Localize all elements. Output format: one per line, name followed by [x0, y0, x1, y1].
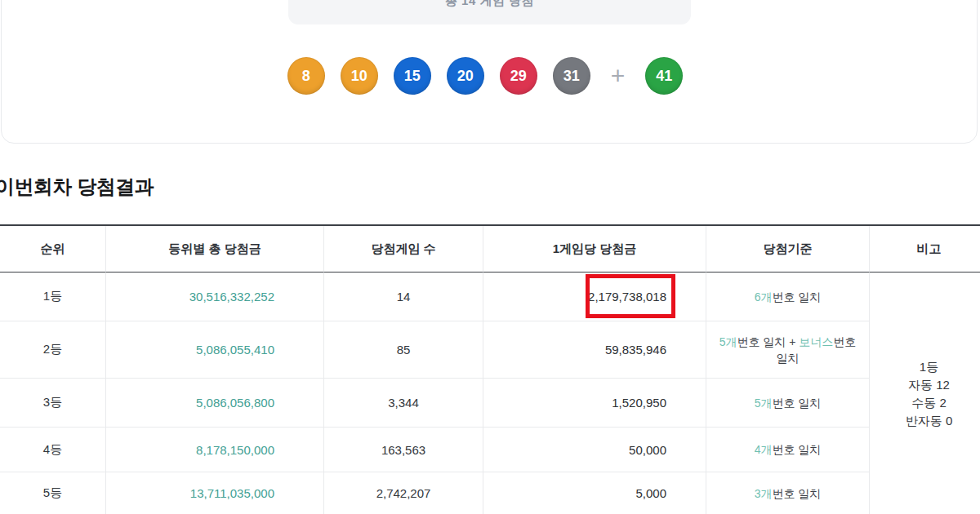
winning-games-cell: 3,344 [324, 379, 483, 428]
bonus-ball: 41 [645, 57, 683, 95]
total-prize-cell: 30,516,332,252 [106, 273, 324, 321]
header-remarks: 비고 [870, 226, 980, 273]
section-title: 이번회차 당첨결과 [0, 174, 154, 200]
plus-separator: + [611, 57, 626, 95]
header-total-prize: 등위별 총 당첨금 [106, 226, 324, 273]
games-won-pill: 총 14 게임 당첨 [288, 0, 691, 24]
winning-games-cell: 85 [324, 321, 483, 379]
remark-line: 반자동 0 [906, 412, 953, 430]
criteria-cell: 6개번호 일치 [706, 273, 870, 321]
header-winning-games: 당첨게임 수 [324, 226, 483, 273]
criteria-cell: 3개번호 일치 [706, 472, 870, 514]
prize-per-game-cell: 5,000 [483, 472, 706, 514]
criteria-cell: 5개번호 일치 [706, 379, 870, 428]
games-won-label: 총 14 게임 당첨 [288, 0, 691, 9]
header-prize-per-game: 1게임당 당첨금 [483, 226, 706, 273]
prize-per-game-cell: 59,835,946 [483, 321, 706, 379]
lotto-ball: 10 [341, 57, 378, 95]
remark-line: 수동 2 [911, 394, 947, 412]
results-table: 순위 등위별 총 당첨금 당첨게임 수 1게임당 당첨금 당첨기준 비고 1등3… [0, 224, 980, 514]
rank-cell: 1등 [0, 273, 106, 321]
remark-line: 1등 [920, 358, 938, 376]
rank-cell: 4등 [0, 428, 106, 472]
rank-cell: 5등 [0, 472, 106, 514]
lotto-ball: 8 [287, 57, 325, 95]
highlight-box [586, 274, 675, 318]
total-prize-cell: 8,178,150,000 [106, 428, 324, 472]
remarks-cell: 1등자동 12수동 2반자동 0 [870, 273, 980, 514]
winning-games-cell: 14 [324, 273, 483, 321]
winning-numbers-row: 81015202931+41 [0, 57, 975, 95]
lotto-ball: 29 [500, 57, 537, 95]
lotto-ball: 15 [394, 57, 431, 95]
criteria-cell: 5개번호 일치 + 보너스번호일치 [706, 321, 870, 379]
lotto-ball: 20 [447, 57, 484, 95]
remark-line: 자동 12 [908, 376, 950, 394]
lotto-ball: 31 [553, 57, 590, 95]
total-prize-cell: 13,711,035,000 [106, 472, 324, 514]
winning-games-cell: 2,742,207 [324, 472, 483, 514]
rank-cell: 3등 [0, 379, 106, 428]
header-rank: 순위 [0, 226, 106, 273]
rank-cell: 2등 [0, 321, 106, 379]
total-prize-cell: 5,086,056,800 [106, 379, 324, 428]
prize-per-game-cell: 50,000 [483, 428, 706, 472]
total-prize-cell: 5,086,055,410 [106, 321, 324, 379]
prize-per-game-cell: 1,520,950 [483, 379, 706, 428]
winning-games-cell: 163,563 [324, 428, 483, 472]
header-criteria: 당첨기준 [706, 226, 870, 273]
criteria-cell: 4개번호 일치 [706, 428, 870, 472]
